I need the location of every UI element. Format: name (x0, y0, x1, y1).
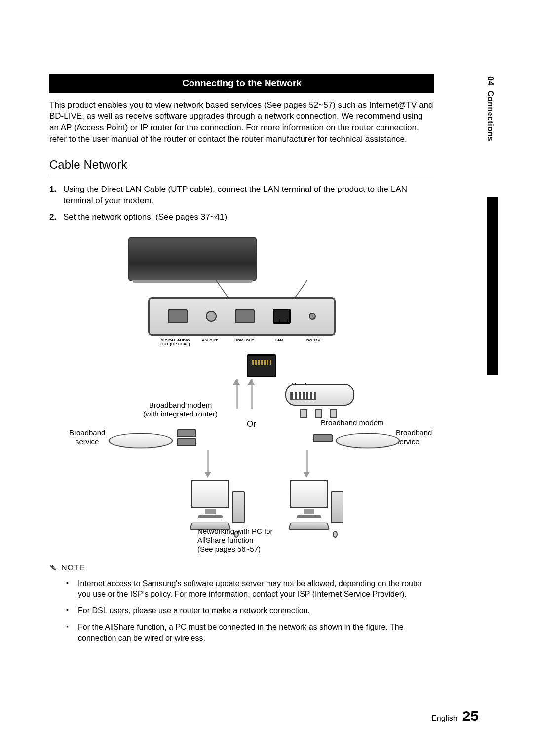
side-tab: 04 Connections (486, 76, 495, 141)
steps-list: 1. Using the Direct LAN Cable (UTP cable… (49, 184, 434, 223)
or-label: Or (247, 419, 256, 429)
broadband-service-label: Broadband service (69, 428, 105, 446)
port-label: DIGITAL AUDIO OUT (OPTICAL) (158, 339, 192, 347)
connector-icon (313, 434, 333, 442)
arrow-down-icon (303, 472, 310, 478)
step-text: Set the network options. (See pages 37~4… (63, 212, 227, 223)
port-label: A/V OUT (192, 339, 227, 347)
modem-icon (334, 433, 402, 448)
intro-paragraph: This product enables you to view network… (49, 100, 434, 145)
note-item: Internet access to Samsung's software up… (64, 578, 434, 600)
page-footer: English 25 (431, 708, 479, 724)
port-labels: DIGITAL AUDIO OUT (OPTICAL) A/V OUT HDMI… (158, 339, 331, 347)
page-number: 25 (462, 708, 479, 724)
divider (49, 176, 434, 176)
step-item: 1. Using the Direct LAN Cable (UTP cable… (49, 184, 434, 207)
port-hdmi-icon (235, 309, 255, 323)
chapter-number: 04 (486, 76, 495, 86)
diagram: DIGITAL AUDIO OUT (OPTICAL) A/V OUT HDMI… (49, 233, 434, 549)
note-heading: ✎ NOTE (49, 563, 434, 573)
thumb-tab (487, 197, 498, 375)
port-label: HDMI OUT (227, 339, 262, 347)
chapter-title: Connections (486, 91, 495, 141)
note-item: For DSL users, please use a router to ma… (64, 605, 434, 616)
pc-icon (286, 480, 332, 539)
note-list: Internet access to Samsung's software up… (49, 578, 434, 643)
port-av-icon (206, 311, 217, 322)
port-lan-icon (273, 309, 291, 324)
pc-note-label: Networking with PC for AllShare function… (197, 527, 273, 554)
arrow-up-icon (248, 379, 255, 385)
modem-integrated-label: Broadband modem (with integrated router) (143, 401, 218, 418)
subsection-title: Cable Network (49, 158, 484, 172)
step-number: 1. (49, 184, 63, 207)
note-label: NOTE (61, 564, 85, 572)
modem-icon (107, 433, 175, 448)
step-item: 2. Set the network options. (See pages 3… (49, 212, 434, 223)
footer-language: English (431, 714, 457, 723)
connector-icon (177, 429, 196, 437)
note-item: For the AllShare function, a PC must be … (64, 622, 434, 643)
broadband-service-label: Broadband service (396, 428, 432, 446)
modem-label: Broadband modem (321, 418, 384, 427)
connector-line (207, 450, 209, 472)
lan-port-closeup-icon (247, 354, 276, 377)
section-header-text: Connecting to the Network (182, 78, 302, 88)
device-illustration (128, 237, 257, 281)
port-optical-icon (168, 309, 188, 323)
connector-icon (177, 438, 196, 446)
port-label: DC 12V (296, 339, 331, 347)
arrow-up-icon (233, 379, 240, 385)
callout-line (216, 280, 308, 299)
arrow-down-icon (204, 472, 211, 478)
rear-panel (148, 297, 336, 336)
step-number: 2. (49, 212, 63, 223)
port-dc-icon (309, 313, 316, 320)
router-icon (285, 384, 354, 406)
port-label: LAN (262, 339, 296, 347)
note-icon: ✎ (49, 563, 57, 573)
step-text: Using the Direct LAN Cable (UTP cable), … (63, 184, 434, 207)
section-header: Connecting to the Network (49, 74, 434, 93)
connector-line (306, 450, 308, 472)
